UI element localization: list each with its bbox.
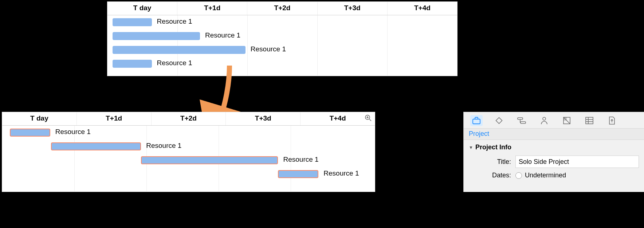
timeline-column-header: T+1d bbox=[177, 2, 247, 15]
task-bar[interactable] bbox=[113, 32, 200, 40]
project-title-input[interactable] bbox=[515, 156, 639, 168]
svg-rect-5 bbox=[496, 118, 502, 124]
gantt-row: Resource 1 bbox=[2, 126, 375, 139]
timeline-column-header: T+3d bbox=[318, 2, 388, 15]
svg-rect-4 bbox=[473, 119, 480, 124]
task-bar[interactable] bbox=[141, 156, 278, 164]
svg-rect-12 bbox=[586, 117, 593, 124]
zoom-in-icon[interactable] bbox=[364, 114, 373, 122]
timeline-column-header: T day bbox=[2, 112, 77, 125]
timeline-column-header: T day bbox=[107, 2, 177, 15]
resource-tab-icon[interactable] bbox=[538, 115, 550, 126]
timeline-header: T dayT+1dT+2dT+3dT+4d bbox=[2, 112, 375, 126]
gantt-row: Resource 1 bbox=[2, 153, 375, 167]
project-info-label: Project Info bbox=[475, 144, 511, 151]
task-bar-label: Resource 1 bbox=[283, 156, 318, 164]
export-tab-icon[interactable] bbox=[606, 115, 618, 126]
task-bar-label: Resource 1 bbox=[157, 17, 192, 25]
task-bar[interactable] bbox=[113, 18, 152, 26]
svg-rect-7 bbox=[521, 122, 526, 123]
timeline-column-header: T+2d bbox=[152, 112, 226, 125]
gantt-row: Resource 1 bbox=[2, 139, 375, 153]
inspector-panel: Project ▼ Project Info Title: Dates: Und… bbox=[463, 112, 644, 192]
custom-data-tab-icon[interactable] bbox=[583, 115, 596, 126]
svg-line-1 bbox=[369, 119, 371, 121]
gantt-row: Resource 1 bbox=[107, 15, 457, 29]
timeline-column-header: T+1d bbox=[77, 112, 152, 125]
timeline-column-header: T+2d bbox=[247, 2, 317, 15]
task-bar[interactable] bbox=[113, 60, 152, 68]
project-tab-icon[interactable] bbox=[470, 115, 483, 126]
svg-rect-11 bbox=[564, 117, 567, 121]
task-bar-label: Resource 1 bbox=[205, 31, 240, 39]
task-bar-label: Resource 1 bbox=[251, 45, 286, 53]
timeline-header: T dayT+1dT+2dT+3dT+4d bbox=[107, 2, 457, 15]
task-bar-label: Resource 1 bbox=[146, 142, 181, 150]
task-tab-icon[interactable] bbox=[515, 115, 528, 126]
gantt-body: Resource 1Resource 1Resource 1Resource 1 bbox=[2, 126, 375, 191]
gantt-row: Resource 1 bbox=[107, 57, 457, 71]
task-bar-label: Resource 1 bbox=[323, 169, 359, 177]
task-bar[interactable] bbox=[51, 142, 141, 150]
gantt-row: Resource 1 bbox=[2, 167, 375, 181]
dates-undetermined-radio[interactable] bbox=[515, 172, 522, 179]
styles-tab-icon[interactable] bbox=[561, 115, 573, 126]
task-bar[interactable] bbox=[278, 170, 318, 178]
task-bar[interactable] bbox=[113, 46, 246, 54]
gantt-row: Resource 1 bbox=[107, 43, 457, 57]
gantt-panel-after: T dayT+1dT+2dT+3dT+4d Resource 1Resource… bbox=[2, 112, 375, 192]
svg-rect-6 bbox=[518, 118, 523, 119]
gantt-row: Resource 1 bbox=[107, 29, 457, 43]
timeline-column-header: T+4d bbox=[388, 2, 457, 15]
milestone-tab-icon[interactable] bbox=[493, 115, 505, 126]
dates-undetermined-label: Undetermined bbox=[525, 172, 566, 179]
title-label: Title: bbox=[469, 158, 515, 166]
task-bar-label: Resource 1 bbox=[157, 59, 192, 67]
inspector-section-title: Project bbox=[464, 128, 644, 140]
gantt-panel-before: T dayT+1dT+2dT+3dT+4d Resource 1Resource… bbox=[107, 1, 458, 76]
inspector-tab-bar bbox=[464, 112, 644, 128]
svg-point-8 bbox=[543, 117, 546, 120]
task-bar-label: Resource 1 bbox=[55, 128, 91, 136]
dates-label: Dates: bbox=[469, 172, 515, 179]
task-bar[interactable] bbox=[10, 129, 50, 137]
timeline-column-header: T+3d bbox=[226, 112, 301, 125]
project-info-header[interactable]: ▼ Project Info bbox=[469, 144, 639, 151]
gantt-body: Resource 1Resource 1Resource 1Resource 1 bbox=[107, 15, 457, 75]
disclosure-triangle-icon[interactable]: ▼ bbox=[469, 145, 473, 150]
